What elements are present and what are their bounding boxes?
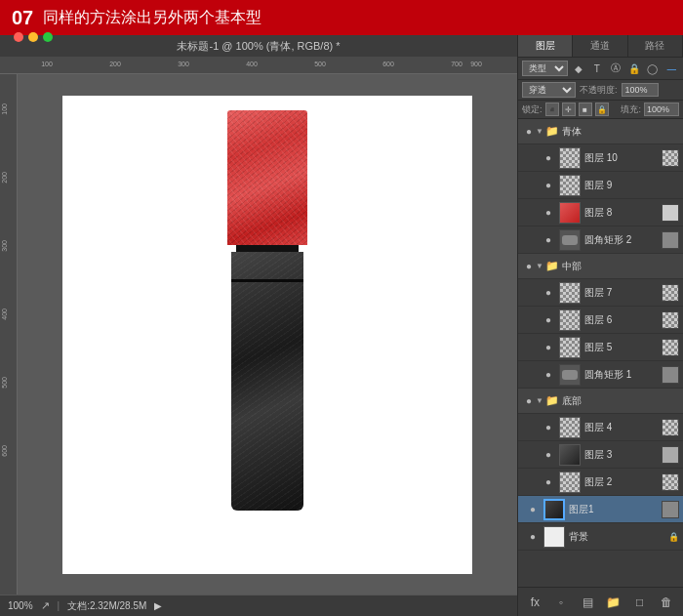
folder-dibu-icon: 📁 <box>545 394 559 407</box>
layer-2[interactable]: ● 图层 2 <box>518 469 683 496</box>
thumb-layer4 <box>559 417 581 438</box>
mask-roundrect2 <box>662 231 679 249</box>
group-qingti[interactable]: ● ▼ 📁 青体 <box>518 119 683 144</box>
fill-input[interactable] <box>644 103 679 116</box>
layers-footer: fx ◦ ▤ 📁 □ 🗑 <box>518 587 683 616</box>
thumb-layer5 <box>559 337 581 358</box>
eye-roundrect1[interactable]: ● <box>542 368 555 382</box>
layer-7[interactable]: ● 图层 7 <box>518 279 683 307</box>
mask-button[interactable]: ▤ <box>578 593 597 612</box>
delete-button[interactable]: 🗑 <box>657 593 676 612</box>
mask-layer3 <box>662 446 679 464</box>
lock-pixels-btn[interactable]: ◾ <box>545 103 559 116</box>
layer3-name: 图层 3 <box>584 448 660 462</box>
lock-label: 锁定: <box>522 103 542 116</box>
opacity-input[interactable] <box>622 83 659 97</box>
group-button[interactable]: 📁 <box>604 593 623 612</box>
tab-paths[interactable]: 路径 <box>628 35 683 57</box>
eye-layer7[interactable]: ● <box>542 286 555 300</box>
eye-layer8[interactable]: ● <box>542 206 555 220</box>
lock-all-btn[interactable]: 🔒 <box>595 103 609 116</box>
layer9-name: 图层 9 <box>584 179 679 192</box>
layer-roundrect1[interactable]: ● 圆角矩形 1 <box>518 361 683 389</box>
thumb-layer1 <box>543 499 565 520</box>
group-zhongbu[interactable]: ● ▼ 📁 中部 <box>518 254 683 279</box>
filter-icon3[interactable]: Ⓐ <box>607 60 623 77</box>
layer8-name: 图层 8 <box>584 206 660 220</box>
eye-roundrect2[interactable]: ● <box>542 233 555 247</box>
tutorial-banner: 07 同样的方法涂出另外两个基本型 <box>0 0 683 35</box>
blend-row: 穿透 正常 不透明度: <box>518 80 683 101</box>
zoom-level: 100% <box>8 600 33 611</box>
maximize-button[interactable] <box>43 32 53 42</box>
canvas-area: 未标题-1 @ 100% (青体, RGB/8) * 100 200 300 4… <box>0 35 517 616</box>
mask-layer2 <box>662 473 679 491</box>
eye-layer1[interactable]: ● <box>526 503 540 516</box>
layer-roundrect2[interactable]: ● 圆角矩形 2 <box>518 226 683 254</box>
filter-icon5[interactable]: ◯ <box>644 60 661 77</box>
layer-9[interactable]: ● 图层 9 <box>518 172 683 199</box>
filter-icon2[interactable]: T <box>588 60 605 77</box>
eye-layer9[interactable]: ● <box>542 179 555 192</box>
status-arrow[interactable]: ▶ <box>154 600 162 611</box>
eye-layer3[interactable]: ● <box>542 448 555 462</box>
thumb-layer8 <box>559 202 581 224</box>
status-bar: 100% ↗ | 文档:2.32M/28.5M ▶ <box>0 595 517 616</box>
layer2-name: 图层 2 <box>584 475 660 489</box>
adjustment-button[interactable]: ◦ <box>551 593 571 612</box>
new-layer-button[interactable]: □ <box>630 593 650 612</box>
filter-dropdown[interactable]: 类型 <box>522 61 568 76</box>
layer-6[interactable]: ● 图层 6 <box>518 307 683 334</box>
layer5-name: 图层 5 <box>584 341 660 354</box>
layers-list: ● ▼ 📁 青体 ● 图层 10 ● 图层 9 ● <box>518 119 683 587</box>
window-titlebar: 未标题-1 @ 100% (青体, RGB/8) * <box>0 35 517 57</box>
eye-layer5[interactable]: ● <box>542 341 555 354</box>
eye-zhongbu[interactable]: ● <box>522 260 536 273</box>
thumb-layer2 <box>559 472 581 493</box>
eye-layer10[interactable]: ● <box>542 151 555 165</box>
mask-layer1 <box>662 501 679 518</box>
layer-5[interactable]: ● 图层 5 <box>518 334 683 361</box>
eye-dibu[interactable]: ● <box>522 394 536 408</box>
mask-layer7 <box>662 284 679 302</box>
svg-rect-1 <box>562 370 578 380</box>
minimize-button[interactable] <box>28 32 38 42</box>
mask-layer5 <box>662 339 679 356</box>
thumb-layer10 <box>559 147 581 169</box>
layer-8[interactable]: ● 图层 8 <box>518 199 683 226</box>
mask-roundrect1 <box>662 366 679 384</box>
eye-background[interactable]: ● <box>526 530 540 544</box>
lock-artboards-btn[interactable]: ■ <box>579 103 592 116</box>
filter-icon4[interactable]: 🔒 <box>625 60 642 77</box>
mask-layer10 <box>662 149 679 167</box>
filter-toggle[interactable]: ⸻ <box>663 60 679 77</box>
group-dibu[interactable]: ● ▼ 📁 底部 <box>518 389 683 414</box>
eye-layer4[interactable]: ● <box>542 421 555 434</box>
lipstick-neck <box>236 245 299 252</box>
eye-qingti[interactable]: ● <box>522 125 536 139</box>
thumb-background <box>543 526 565 548</box>
ruler-vertical: 100 200 300 400 500 600 <box>0 74 18 595</box>
roundrect1-name: 圆角矩形 1 <box>584 368 660 382</box>
blend-mode-select[interactable]: 穿透 正常 <box>522 82 576 98</box>
group-dibu-name: 底部 <box>562 394 679 408</box>
doc-size: 文档:2.32M/28.5M <box>67 599 146 613</box>
layer-10[interactable]: ● 图层 10 <box>518 144 683 172</box>
layers-panel: 图层 通道 路径 类型 ◆ T Ⓐ 🔒 ◯ ⸻ 穿透 正常 不透明度: <box>517 35 683 616</box>
filter-icon1[interactable]: ◆ <box>570 60 586 77</box>
layer-4[interactable]: ● 图层 4 <box>518 414 683 441</box>
eye-layer6[interactable]: ● <box>542 313 555 327</box>
thumb-roundrect1 <box>559 364 581 386</box>
layer-background[interactable]: ● 背景 🔒 <box>518 523 683 551</box>
canvas-document <box>62 96 472 574</box>
close-button[interactable] <box>14 32 23 42</box>
layer1-name: 图层1 <box>569 503 660 516</box>
export-icon[interactable]: ↗ <box>41 599 50 612</box>
eye-layer2[interactable]: ● <box>542 475 555 489</box>
layer-3[interactable]: ● 图层 3 <box>518 441 683 469</box>
lock-position-btn[interactable]: ✛ <box>562 103 576 116</box>
tab-layers[interactable]: 图层 <box>518 35 573 57</box>
layer-1[interactable]: ● 图层1 <box>518 496 683 523</box>
fx-button[interactable]: fx <box>525 593 544 612</box>
tab-channels[interactable]: 通道 <box>573 35 627 57</box>
